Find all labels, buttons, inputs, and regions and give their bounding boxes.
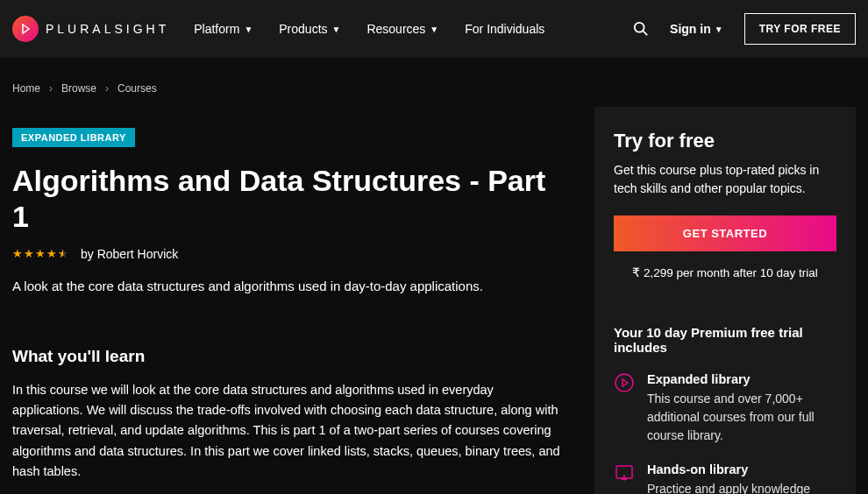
price-text: ₹ 2,299 per month after 10 day trial <box>614 265 836 279</box>
library-badge: EXPANDED LIBRARY <box>12 128 135 147</box>
nav-resources[interactable]: Resources▼ <box>366 22 438 36</box>
star-icon: ★ <box>24 247 34 260</box>
includes-heading: Your 10 day Premium free trial includes <box>614 325 836 355</box>
chevron-down-icon: ▼ <box>332 25 341 34</box>
get-started-button[interactable]: GET STARTED <box>614 215 836 251</box>
course-title: Algorithms and Data Structures - Part 1 <box>12 163 563 235</box>
feature-title: Hands-on library <box>647 462 836 476</box>
course-summary: A look at the core data structures and a… <box>12 277 563 297</box>
top-header: PLURALSIGHT Platform▼ Products▼ Resource… <box>0 0 868 58</box>
chevron-down-icon: ▼ <box>244 25 253 34</box>
primary-nav: Platform▼ Products▼ Resources▼ For Indiv… <box>194 22 633 36</box>
crumb-courses[interactable]: Courses <box>117 82 157 95</box>
search-icon[interactable] <box>633 21 649 37</box>
breadcrumb: Home › Browse › Courses <box>0 58 868 95</box>
star-icon: ★ <box>35 247 46 260</box>
nav-products[interactable]: Products▼ <box>279 22 340 36</box>
sidebar-subtext: Get this course plus top-rated picks in … <box>614 161 836 198</box>
course-meta: ★ ★ ★ ★ ★ by Robert Horvick <box>12 247 563 261</box>
sidebar-heading: Try for free <box>614 130 836 152</box>
svg-line-1 <box>644 32 648 36</box>
learn-heading: What you'll learn <box>12 347 563 366</box>
nav-platform[interactable]: Platform▼ <box>194 22 253 36</box>
chevron-right-icon: › <box>105 82 109 95</box>
star-icon: ★ <box>46 247 57 260</box>
learn-description: In this course we will look at the core … <box>12 380 563 494</box>
pricing-sidebar: Try for free Get this course plus top-ra… <box>594 107 856 494</box>
page-content: EXPANDED LIBRARY Algorithms and Data Str… <box>0 95 868 494</box>
feature-hands-on: Hands-on library Practice and apply know… <box>614 462 836 494</box>
star-half-icon: ★ <box>58 247 68 260</box>
signin-link[interactable]: Sign in▼ <box>670 22 723 36</box>
main-column: EXPANDED LIBRARY Algorithms and Data Str… <box>12 107 563 494</box>
play-circle-icon <box>614 372 635 393</box>
try-free-button[interactable]: TRY FOR FREE <box>744 13 856 45</box>
chevron-right-icon: › <box>49 82 53 95</box>
nav-individuals[interactable]: For Individuals <box>465 22 544 36</box>
feature-desc: Practice and apply knowledge faster in r… <box>647 480 836 494</box>
feature-expanded-library: Expanded library This course and over 7,… <box>614 372 836 445</box>
svg-point-2 <box>615 374 633 392</box>
crumb-home[interactable]: Home <box>12 82 40 95</box>
feature-desc: This course and over 7,000+ additional c… <box>647 390 836 445</box>
brand-name: PLURALSIGHT <box>46 22 169 36</box>
hands-on-icon <box>614 462 635 483</box>
feature-title: Expanded library <box>647 372 836 386</box>
chevron-down-icon: ▼ <box>715 25 723 34</box>
header-actions: Sign in▼ TRY FOR FREE <box>633 13 856 45</box>
course-author: by Robert Horvick <box>81 247 178 261</box>
brand-logo[interactable]: PLURALSIGHT <box>12 16 169 42</box>
svg-point-0 <box>635 23 644 32</box>
star-icon: ★ <box>12 247 23 260</box>
rating-stars: ★ ★ ★ ★ ★ <box>12 247 68 260</box>
crumb-browse[interactable]: Browse <box>61 82 96 95</box>
chevron-down-icon: ▼ <box>430 25 438 34</box>
logo-icon <box>12 16 39 42</box>
